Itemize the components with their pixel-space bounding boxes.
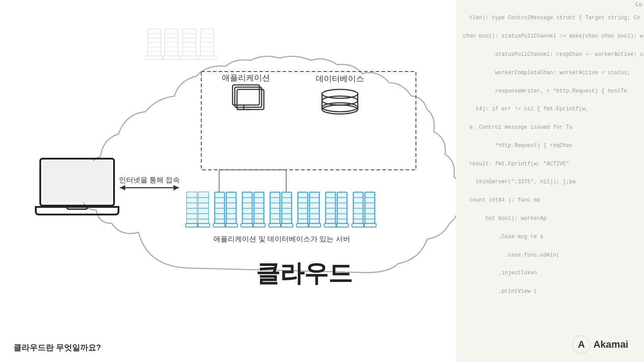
svg-text:A: A	[578, 339, 585, 350]
code-line-10: tkinServer(":3375", nil)); };pa	[463, 179, 576, 185]
code-line-11: count int64 ): func ma	[463, 197, 540, 203]
akamai-logo: A Akamai	[572, 335, 628, 354]
code-line-13: .Case msg re s	[463, 234, 543, 240]
svg-rect-20	[180, 56, 198, 59]
svg-rect-30	[235, 87, 262, 107]
code-line-5: responseWriter, r *http.Request) { hostT…	[463, 88, 627, 94]
code-line-6: t4): if err != nil { fmt.Fprintf(w,	[463, 106, 589, 112]
db-label: 데이터베이스	[316, 74, 364, 83]
code-line-9: result: fmt.Fprintf(w, "ACTIVE"	[463, 161, 569, 167]
code-line-8: *http.Request) { reqChan	[463, 143, 572, 149]
code-line-14: .case.func.admin(	[463, 252, 559, 258]
main-diagram: 애플리케이션 데이터베이스	[0, 0, 456, 362]
code-line-1: tlen): type ControlMessage struct { Targ…	[469, 15, 640, 21]
code-line-7: e. Control message issued for Ta	[463, 124, 572, 130]
svg-rect-28	[201, 72, 416, 170]
code-line-15: .injectToken	[463, 270, 537, 276]
svg-point-36	[322, 103, 358, 112]
svg-marker-149	[120, 185, 125, 190]
akamai-icon: A	[572, 335, 591, 354]
svg-rect-27	[198, 56, 216, 59]
svg-point-39	[322, 105, 358, 114]
code-line-16: .printView (	[463, 288, 537, 295]
bottom-page-label: 클라우드란 무엇일까요?	[13, 342, 101, 353]
arrow-label: 인터넷을 통해 접속	[119, 176, 180, 184]
code-background: tlen): type ControlMessage struct { Targ…	[456, 0, 644, 362]
code-line-12: hot bool): workerAp	[463, 215, 547, 222]
code-line-2: chan bool): statusPollChannel := make(ch…	[463, 33, 643, 39]
top-right-co: Co	[633, 0, 644, 8]
akamai-text: Akamai	[593, 339, 628, 350]
code-line-3: statusPollChannel: respChan <- workerAct…	[463, 51, 644, 58]
app-label: 애플리케이션	[222, 73, 270, 82]
server-label: 애플리케이션 및 데이터베이스가 있는 서버	[213, 235, 350, 243]
code-line-4: workerCompleteChan: workerActive = statu…	[463, 70, 630, 76]
svg-rect-13	[162, 56, 180, 59]
svg-rect-146	[42, 161, 112, 202]
svg-rect-6	[145, 56, 163, 59]
svg-marker-150	[174, 185, 179, 190]
cloud-title: 클라우드	[256, 260, 352, 286]
